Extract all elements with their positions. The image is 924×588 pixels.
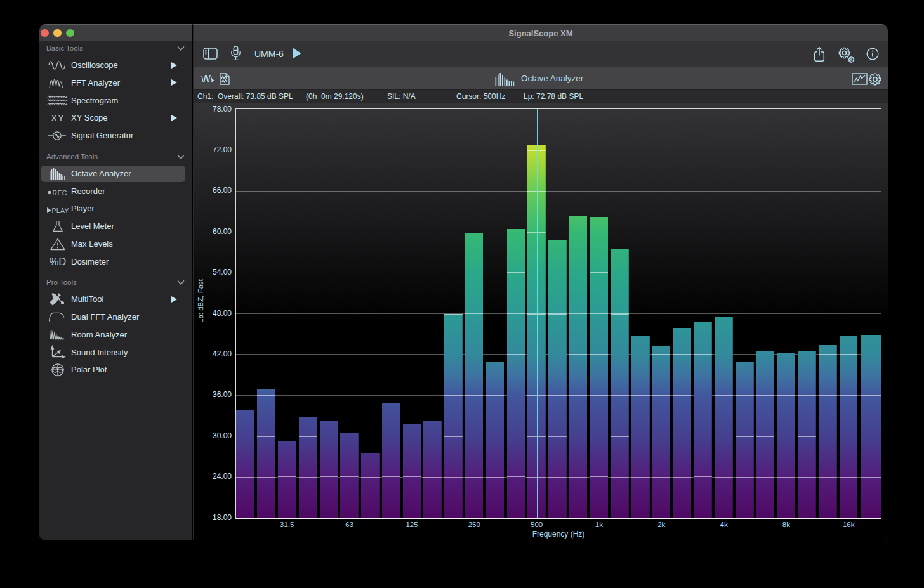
svg-text:PLAY: PLAY bbox=[52, 207, 69, 214]
svg-text:REC: REC bbox=[53, 189, 67, 197]
